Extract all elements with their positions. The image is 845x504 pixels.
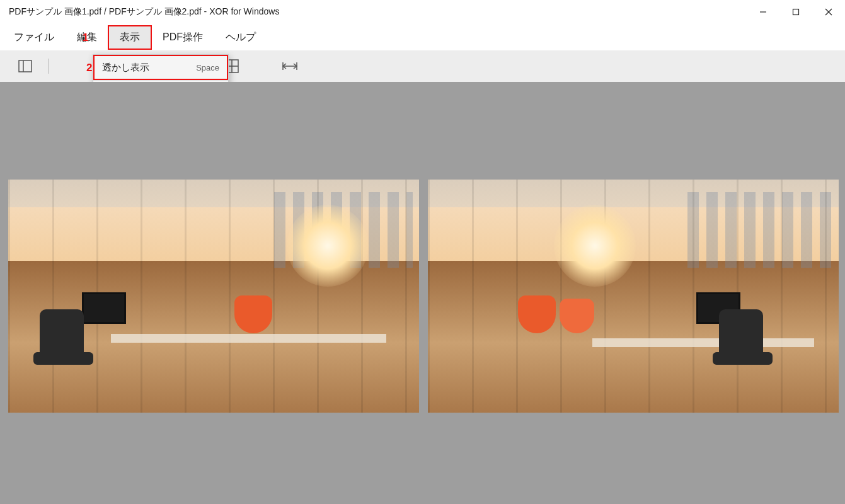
minimize-button[interactable] [747,0,779,24]
close-icon [825,8,832,16]
window-title: PDFサンプル 画像1.pdf / PDFサンプル 画像2.pdf - XOR … [9,6,279,18]
svg-rect-1 [793,9,799,15]
toolbar-thumbnail-panel[interactable] [9,54,42,79]
maximize-button[interactable] [779,0,812,24]
titlebar: PDFサンプル 画像1.pdf / PDFサンプル 画像2.pdf - XOR … [0,0,845,24]
menuitem-shortcut: Space [196,63,219,72]
menubar: ファイル 編集 表示 PDF操作 ヘルプ [0,24,845,50]
maximize-icon [792,8,800,16]
office-image-2 [428,180,839,413]
menuitem-label: 透かし表示 [102,62,149,74]
toolbar-fit-width[interactable] [273,54,306,79]
annotation-number-1: 1 [83,32,88,44]
menuitem-transparent-view[interactable]: 透かし表示 Space [93,55,228,80]
office-image-1 [8,180,419,413]
menu-view[interactable]: 表示 [108,26,151,49]
menu-view-label: 表示 [120,32,140,42]
window-controls [747,0,845,24]
toolbar-separator [48,59,49,74]
menu-pdf[interactable]: PDF操作 [151,26,214,49]
panel-left-icon [18,60,32,72]
svg-rect-4 [19,60,32,72]
menu-file[interactable]: ファイル [3,26,66,49]
fit-width-icon [282,61,298,71]
minimize-icon [759,8,767,16]
content-area [0,82,845,504]
pdf-page-right[interactable] [428,180,839,413]
close-button[interactable] [812,0,845,24]
menu-help[interactable]: ヘルプ [214,26,267,49]
annotation-number-2: 2 [86,62,92,74]
pdf-page-left[interactable] [8,180,419,413]
